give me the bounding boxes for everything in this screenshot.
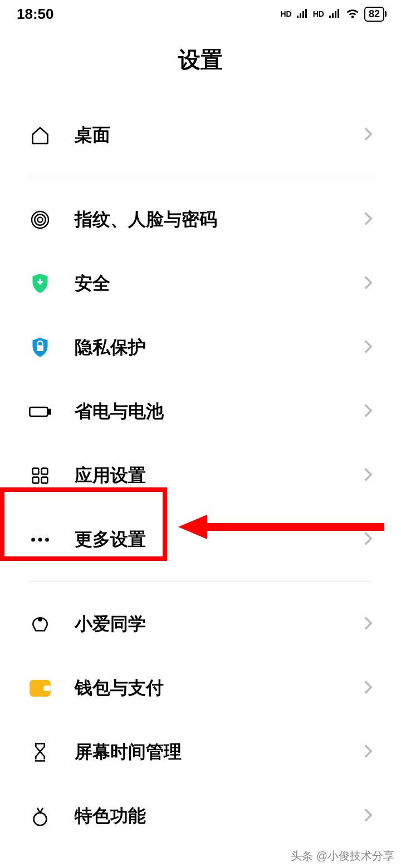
- svg-rect-6: [33, 468, 39, 474]
- svg-rect-4: [30, 407, 47, 416]
- xiaoai-icon: [28, 612, 52, 637]
- item-label: 特色功能: [75, 804, 363, 828]
- item-label: 更多设置: [75, 527, 363, 552]
- settings-item-xiaoai[interactable]: 小爱同学: [28, 592, 373, 656]
- svg-rect-8: [33, 477, 39, 483]
- chevron-right-icon: [363, 807, 373, 825]
- svg-rect-3: [37, 345, 43, 351]
- chevron-right-icon: [363, 615, 373, 633]
- chevron-right-icon: [363, 679, 373, 697]
- settings-list: 桌面 指纹、人脸与密码 安全 隐私保护: [0, 103, 401, 848]
- settings-item-screentime[interactable]: 屏幕时间管理: [28, 720, 373, 784]
- status-bar: 18:50 HD HD 82: [0, 0, 401, 28]
- grid-icon: [28, 463, 52, 488]
- settings-item-security[interactable]: 安全: [28, 251, 373, 315]
- chevron-right-icon: [363, 339, 373, 357]
- item-label: 隐私保护: [75, 336, 363, 360]
- item-label: 指纹、人脸与密码: [75, 208, 363, 232]
- chevron-right-icon: [363, 126, 373, 144]
- svg-rect-7: [42, 468, 48, 474]
- settings-item-wallet[interactable]: 钱包与支付: [28, 656, 373, 720]
- svg-point-11: [38, 537, 42, 541]
- svg-point-2: [38, 217, 43, 222]
- settings-item-more[interactable]: 更多设置: [28, 507, 373, 571]
- item-label: 小爱同学: [75, 612, 363, 637]
- svg-rect-9: [42, 477, 48, 483]
- settings-item-battery[interactable]: 省电与电池: [28, 379, 373, 443]
- battery-indicator: 82: [364, 7, 384, 22]
- wallet-icon: [28, 676, 52, 701]
- page-title: 设置: [0, 28, 401, 103]
- signal-icon-1: [296, 9, 309, 19]
- signal-icon-2: [329, 9, 341, 19]
- chevron-right-icon: [363, 275, 373, 293]
- svg-point-1: [35, 214, 46, 225]
- settings-item-privacy[interactable]: 隐私保护: [28, 315, 373, 379]
- settings-item-desktop[interactable]: 桌面: [28, 103, 373, 167]
- item-label: 桌面: [75, 123, 363, 147]
- status-time: 18:50: [17, 6, 54, 23]
- chevron-right-icon: [363, 531, 373, 549]
- svg-rect-15: [43, 685, 51, 691]
- drop-icon: [28, 804, 52, 828]
- settings-item-features[interactable]: 特色功能: [28, 784, 373, 848]
- item-label: 应用设置: [75, 463, 363, 488]
- chevron-right-icon: [363, 743, 373, 761]
- chevron-right-icon: [363, 403, 373, 421]
- divider: [28, 581, 373, 582]
- shield-icon: [28, 272, 52, 296]
- chevron-right-icon: [363, 211, 373, 229]
- hd-indicator-2: HD: [313, 9, 324, 18]
- battery-icon: [28, 400, 52, 424]
- divider: [28, 177, 373, 177]
- svg-point-10: [31, 537, 35, 541]
- hourglass-icon: [28, 740, 52, 765]
- status-indicators: HD HD 82: [281, 7, 385, 22]
- hd-indicator-1: HD: [281, 9, 292, 18]
- dots-icon: [28, 527, 52, 552]
- svg-point-16: [34, 812, 47, 825]
- chevron-right-icon: [363, 467, 373, 485]
- item-label: 省电与电池: [75, 400, 363, 424]
- home-icon: [28, 123, 52, 147]
- fingerprint-icon: [28, 208, 52, 232]
- wifi-icon: [345, 8, 360, 19]
- svg-rect-5: [48, 410, 51, 414]
- item-label: 钱包与支付: [75, 676, 363, 701]
- settings-item-apps[interactable]: 应用设置: [28, 443, 373, 507]
- watermark: 头条 @小俊技术分享: [291, 849, 394, 864]
- svg-point-12: [45, 537, 49, 541]
- settings-item-biometrics[interactable]: 指纹、人脸与密码: [28, 188, 373, 251]
- svg-point-13: [38, 618, 41, 620]
- item-label: 安全: [75, 272, 363, 296]
- privacy-shield-icon: [28, 336, 52, 360]
- item-label: 屏幕时间管理: [75, 740, 363, 765]
